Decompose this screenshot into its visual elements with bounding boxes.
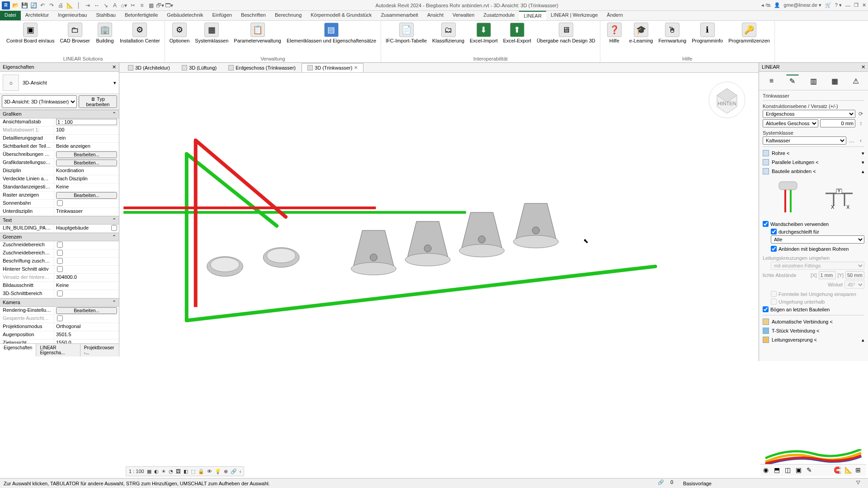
crop-icon[interactable]: ◧ bbox=[184, 469, 188, 474]
tab-gebaeudetechnik[interactable]: Gebäudetechnik bbox=[162, 11, 208, 20]
tab-betonfertigteile[interactable]: Betonfertigteile bbox=[120, 11, 162, 20]
view-tab-trinkwasser[interactable]: 3D (Trinkwasser)✕ bbox=[302, 63, 363, 72]
prop-checkbox[interactable] bbox=[57, 291, 63, 296]
prop-value[interactable]: 3501.5 bbox=[54, 331, 119, 339]
prop-value[interactable]: Bearbeiten... bbox=[54, 307, 119, 314]
scale-label[interactable]: 1 : 100 bbox=[129, 469, 144, 474]
prop-value[interactable]: Trinkwasser bbox=[54, 208, 119, 216]
tab-ingenieurbau[interactable]: Ingenieurbau bbox=[53, 11, 91, 20]
prop-value[interactable]: 304800.0 bbox=[54, 274, 119, 282]
prop-value[interactable]: Hauptgebäude bbox=[54, 225, 119, 232]
view-tab-erdgeschoss[interactable]: Erdgeschoss (Trinkwasser) bbox=[222, 63, 302, 72]
prop-edit-button[interactable]: Bearbeiten... bbox=[56, 307, 117, 314]
anbinden-section[interactable]: Bauteile anbinden <▴ bbox=[763, 167, 864, 176]
status-template[interactable]: Basisvorlage bbox=[683, 481, 712, 486]
prop-checkbox[interactable] bbox=[111, 225, 117, 231]
bogen-checkbox[interactable] bbox=[763, 306, 769, 312]
constraints-icon[interactable]: 🔗 bbox=[231, 469, 237, 474]
prop-value[interactable]: Bearbeiten... bbox=[54, 151, 119, 159]
li-8-icon[interactable]: ⊞ bbox=[855, 466, 863, 474]
viewcube[interactable]: HINTEN bbox=[704, 77, 750, 122]
rohre-section[interactable]: Rohre <▾ bbox=[763, 149, 864, 158]
tab-linear-werkzeuge[interactable]: LINEAR | Werkzeuge bbox=[546, 11, 602, 20]
li-3-icon[interactable]: ◫ bbox=[785, 466, 793, 474]
programmlizenzen-button[interactable]: 🔑Programmlizenzen bbox=[726, 22, 772, 44]
current-storey-select[interactable]: Aktuelles Geschoss bbox=[763, 119, 818, 127]
qat-measure-icon[interactable]: 📐 bbox=[66, 2, 73, 9]
prop-value[interactable]: Koordination bbox=[54, 167, 119, 175]
offset-input[interactable] bbox=[820, 119, 855, 127]
qat-tag-icon[interactable]: ↘ bbox=[102, 2, 109, 9]
bottom-tab-linear[interactable]: LINEAR Eigenscha... bbox=[36, 344, 80, 357]
tab-aendern[interactable]: Ändern bbox=[602, 11, 627, 20]
menu-icon[interactable]: ≡ bbox=[765, 75, 778, 87]
programminfo-button[interactable]: ℹProgramminfo bbox=[690, 22, 725, 44]
tstueck-section[interactable]: T-Stück Verbindung < bbox=[763, 326, 864, 335]
analytical-icon[interactable]: ⊕ bbox=[224, 469, 228, 474]
status-select-icon[interactable]: 0 bbox=[670, 479, 679, 488]
view-tab-lueftung[interactable]: 3D (Lüftung) bbox=[176, 63, 222, 72]
hilfe-button[interactable]: ❓Hilfe bbox=[603, 22, 626, 44]
design3d-button[interactable]: 🖥Übergabe nach Design 3D bbox=[535, 22, 597, 44]
reveal-icon[interactable]: 💡 bbox=[215, 469, 221, 474]
cad-browser-button[interactable]: 🗀CAD Browser bbox=[58, 22, 92, 44]
prop-value[interactable] bbox=[54, 200, 119, 207]
prop-value[interactable]: Bearbeiten... bbox=[54, 192, 119, 199]
columns-icon[interactable]: ▥ bbox=[807, 75, 820, 87]
tab-berechnung[interactable]: Berechnung bbox=[270, 11, 306, 20]
qat-sync-icon[interactable]: 🔄 bbox=[30, 2, 37, 9]
prop-value[interactable]: Keine bbox=[54, 183, 119, 191]
excel-import-button[interactable]: ⬇Excel-Import bbox=[468, 22, 500, 44]
tab-beschriften[interactable]: Beschriften bbox=[236, 11, 270, 20]
tab-verwalten[interactable]: Verwalten bbox=[448, 11, 479, 20]
prop-value[interactable]: Nach Disziplin bbox=[54, 175, 119, 183]
prop-checkbox[interactable] bbox=[57, 266, 63, 272]
pick-icon[interactable]: ↕ bbox=[857, 120, 864, 127]
vc-last-icon[interactable]: ‹ bbox=[240, 469, 241, 474]
qat-save-icon[interactable]: 💾 bbox=[21, 2, 28, 9]
prop-section[interactable]: Text⌃ bbox=[0, 216, 119, 225]
tab-koerpermodell[interactable]: Körpermodell & Grundstück bbox=[306, 11, 376, 20]
qat-thinlines-icon[interactable]: ≡ bbox=[138, 2, 146, 9]
li-6-icon[interactable]: 🧲 bbox=[834, 466, 842, 474]
prop-value[interactable]: Keine bbox=[54, 282, 119, 290]
prop-section[interactable]: Kamera⌃ bbox=[0, 298, 119, 307]
user-label[interactable]: gme@linear.de ▾ bbox=[784, 2, 821, 8]
3d-viewport[interactable]: HINTEN bbox=[119, 73, 759, 361]
prop-value[interactable]: 1 : 100 bbox=[54, 118, 119, 126]
qat-open-icon[interactable]: 📂 bbox=[12, 2, 19, 9]
prop-value[interactable] bbox=[54, 315, 119, 323]
prop-value[interactable]: Beide anzeigen bbox=[54, 143, 119, 150]
sysclass-select[interactable]: Kaltwasser bbox=[763, 136, 846, 145]
qat-close-icon[interactable]: ▦ bbox=[147, 2, 155, 9]
optionen-button[interactable]: ⚙Optionen bbox=[168, 22, 192, 44]
prop-value[interactable] bbox=[54, 266, 119, 273]
more-icon[interactable]: … bbox=[848, 137, 855, 144]
user-icon[interactable]: 👤 bbox=[774, 2, 780, 8]
prop-value[interactable]: 100 bbox=[54, 127, 119, 134]
help-icon[interactable]: ? ▾ bbox=[835, 2, 842, 8]
prop-checkbox[interactable] bbox=[57, 242, 63, 248]
installation-center-button[interactable]: ⚙Installation Center bbox=[118, 22, 162, 44]
control-board-button[interactable]: ▣Control Board ein/aus bbox=[5, 22, 56, 44]
qat-print-icon[interactable]: 🖨 bbox=[57, 2, 64, 9]
elementklassen-button[interactable]: ▤Elementklassen und Eigenschaftensätze bbox=[285, 22, 378, 44]
qat-text-icon[interactable]: A bbox=[111, 2, 118, 9]
tab-zusammenarbeit[interactable]: Zusammenarbeit bbox=[376, 11, 423, 20]
wand-checkbox[interactable] bbox=[763, 221, 769, 227]
parameterverwaltung-button[interactable]: 📋Parameterverwaltung bbox=[232, 22, 283, 44]
ifc-import-button[interactable]: 📄IFC-Import-Tabelle bbox=[384, 22, 429, 44]
bottom-tab-projektbrowser[interactable]: Projektbrowser -... bbox=[80, 344, 119, 357]
status-filter-icon[interactable]: ▽ bbox=[856, 479, 864, 488]
klassifizierung-button[interactable]: 🗂Klassifizierung bbox=[430, 22, 466, 44]
refresh-icon[interactable]: ⟳ bbox=[857, 110, 864, 117]
close-icon[interactable]: ✕ bbox=[112, 64, 116, 70]
prop-value[interactable] bbox=[54, 241, 119, 249]
detail-icon[interactable]: ▦ bbox=[147, 469, 151, 474]
crop-visible-icon[interactable]: ⬚ bbox=[191, 469, 195, 474]
durch-checkbox[interactable] bbox=[771, 229, 777, 235]
cart-icon[interactable]: 🛒 bbox=[825, 2, 831, 8]
close-button[interactable]: ✕ bbox=[862, 2, 866, 8]
calc-icon[interactable]: ▦ bbox=[828, 75, 841, 87]
close-icon[interactable]: ✕ bbox=[861, 64, 865, 70]
